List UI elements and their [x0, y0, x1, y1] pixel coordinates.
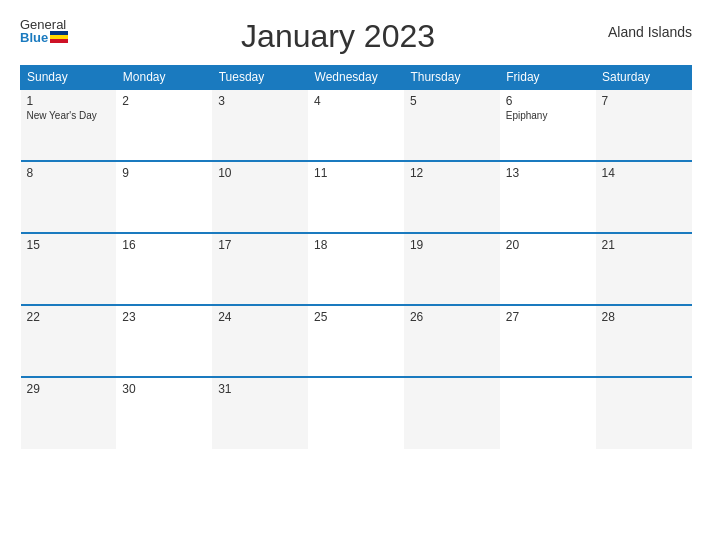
day-number: 28: [602, 310, 686, 324]
day-number: 21: [602, 238, 686, 252]
calendar-cell: 13: [500, 161, 596, 233]
day-number: 12: [410, 166, 494, 180]
calendar-cell: 4: [308, 89, 404, 161]
day-number: 17: [218, 238, 302, 252]
calendar-cell: 3: [212, 89, 308, 161]
calendar-cell: 7: [596, 89, 692, 161]
day-number: 22: [27, 310, 111, 324]
day-number: 13: [506, 166, 590, 180]
day-number: 1: [27, 94, 111, 108]
day-number: 5: [410, 94, 494, 108]
day-number: 23: [122, 310, 206, 324]
calendar-cell: 28: [596, 305, 692, 377]
calendar-cell: 26: [404, 305, 500, 377]
calendar-body: 1New Year's Day23456Epiphany789101112131…: [21, 89, 692, 449]
day-number: 27: [506, 310, 590, 324]
calendar-cell: 5: [404, 89, 500, 161]
weekday-header-monday: Monday: [116, 66, 212, 90]
weekday-header-tuesday: Tuesday: [212, 66, 308, 90]
month-title: January 2023: [68, 18, 608, 55]
day-number: 31: [218, 382, 302, 396]
calendar-week-2: 891011121314: [21, 161, 692, 233]
svg-rect-2: [50, 39, 68, 43]
day-number: 10: [218, 166, 302, 180]
calendar-cell: 6Epiphany: [500, 89, 596, 161]
calendar-cell: 29: [21, 377, 117, 449]
calendar-event: New Year's Day: [27, 110, 111, 121]
calendar-cell: [404, 377, 500, 449]
day-number: 9: [122, 166, 206, 180]
day-number: 14: [602, 166, 686, 180]
day-number: 4: [314, 94, 398, 108]
calendar-cell: 27: [500, 305, 596, 377]
calendar-cell: 2: [116, 89, 212, 161]
logo: General Blue: [20, 18, 68, 44]
logo-flag-icon: [50, 31, 68, 43]
day-number: 15: [27, 238, 111, 252]
weekday-header-wednesday: Wednesday: [308, 66, 404, 90]
day-number: 20: [506, 238, 590, 252]
day-number: 7: [602, 94, 686, 108]
day-number: 3: [218, 94, 302, 108]
calendar-cell: [308, 377, 404, 449]
day-number: 16: [122, 238, 206, 252]
day-number: 8: [27, 166, 111, 180]
calendar-cell: 23: [116, 305, 212, 377]
calendar-cell: 11: [308, 161, 404, 233]
logo-blue-text: Blue: [20, 31, 48, 44]
calendar-cell: 14: [596, 161, 692, 233]
calendar-cell: 18: [308, 233, 404, 305]
day-number: 11: [314, 166, 398, 180]
calendar-header: SundayMondayTuesdayWednesdayThursdayFrid…: [21, 66, 692, 90]
weekday-header-row: SundayMondayTuesdayWednesdayThursdayFrid…: [21, 66, 692, 90]
calendar-table: SundayMondayTuesdayWednesdayThursdayFrid…: [20, 65, 692, 449]
header: General Blue January 2023 Aland Islands: [20, 18, 692, 55]
day-number: 19: [410, 238, 494, 252]
weekday-header-saturday: Saturday: [596, 66, 692, 90]
day-number: 6: [506, 94, 590, 108]
calendar-cell: 24: [212, 305, 308, 377]
calendar-cell: 17: [212, 233, 308, 305]
calendar-cell: 22: [21, 305, 117, 377]
calendar-cell: 1New Year's Day: [21, 89, 117, 161]
svg-rect-1: [50, 35, 68, 39]
calendar-page: General Blue January 2023 Aland Islands …: [0, 0, 712, 550]
calendar-week-1: 1New Year's Day23456Epiphany7: [21, 89, 692, 161]
calendar-cell: 21: [596, 233, 692, 305]
calendar-cell: [596, 377, 692, 449]
day-number: 25: [314, 310, 398, 324]
day-number: 29: [27, 382, 111, 396]
calendar-cell: 20: [500, 233, 596, 305]
calendar-cell: 25: [308, 305, 404, 377]
calendar-event: Epiphany: [506, 110, 590, 121]
day-number: 2: [122, 94, 206, 108]
calendar-cell: 9: [116, 161, 212, 233]
calendar-cell: 16: [116, 233, 212, 305]
calendar-cell: 15: [21, 233, 117, 305]
calendar-cell: [500, 377, 596, 449]
calendar-cell: 10: [212, 161, 308, 233]
calendar-cell: 12: [404, 161, 500, 233]
svg-rect-0: [50, 31, 68, 35]
calendar-cell: 31: [212, 377, 308, 449]
calendar-cell: 19: [404, 233, 500, 305]
day-number: 30: [122, 382, 206, 396]
region-label: Aland Islands: [608, 18, 692, 40]
calendar-cell: 30: [116, 377, 212, 449]
calendar-cell: 8: [21, 161, 117, 233]
day-number: 24: [218, 310, 302, 324]
weekday-header-thursday: Thursday: [404, 66, 500, 90]
weekday-header-friday: Friday: [500, 66, 596, 90]
weekday-header-sunday: Sunday: [21, 66, 117, 90]
day-number: 18: [314, 238, 398, 252]
calendar-week-5: 293031: [21, 377, 692, 449]
day-number: 26: [410, 310, 494, 324]
calendar-week-3: 15161718192021: [21, 233, 692, 305]
calendar-week-4: 22232425262728: [21, 305, 692, 377]
